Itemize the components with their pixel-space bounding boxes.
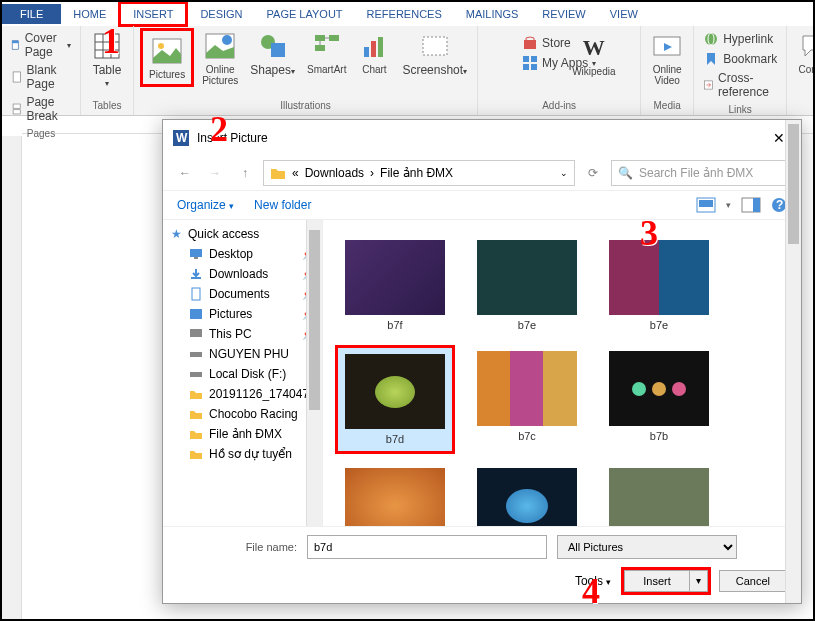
pictures-button[interactable]: Pictures [140,28,194,87]
svg-rect-1 [12,41,18,43]
tab-design[interactable]: DESIGN [188,4,254,24]
svg-rect-21 [378,37,383,57]
svg-point-13 [222,35,232,45]
file-grid: b7f b7e b7e b7d b7c b7b b7a b7 [323,220,801,526]
cover-page-button[interactable]: Cover Page▾ [10,30,72,60]
tab-file[interactable]: FILE [2,4,61,24]
crossref-button[interactable]: Cross-reference [702,70,778,100]
view-dropdown[interactable]: ▾ [726,200,731,210]
tree-local[interactable]: Local Disk (F:) [165,364,320,384]
blank-page-button[interactable]: Blank Page [10,62,72,92]
tree-quick-access[interactable]: ★Quick access [165,224,320,244]
word-icon: W [173,130,189,146]
group-label-addins: Add-ins [542,98,576,113]
file-b7e-2[interactable]: b7e [599,234,719,337]
tab-insert[interactable]: INSERT [118,1,188,27]
svg-rect-23 [524,40,536,49]
search-input[interactable]: 🔍 Search File ảnh ĐMX [611,160,791,186]
insert-picture-dialog: W Insert Picture ✕ ← → ↑ « Downloads› Fi… [162,119,802,604]
svg-point-30 [705,33,717,45]
tab-references[interactable]: REFERENCES [355,4,454,24]
file-extra-1[interactable] [599,462,719,526]
svg-rect-4 [13,110,20,114]
insert-button[interactable]: Insert ▾ [621,567,711,595]
tab-view[interactable]: VIEW [598,4,650,24]
group-label-links: Links [728,102,751,117]
svg-rect-15 [271,43,285,57]
online-pictures-button[interactable]: Online Pictures [198,28,242,88]
organize-button[interactable]: Organize ▾ [177,198,234,212]
ribbon-tab-bar: FILE HOME INSERT DESIGN PAGE LAYOUT REFE… [2,2,813,26]
svg-rect-26 [523,64,529,70]
tab-pagelayout[interactable]: PAGE LAYOUT [255,4,355,24]
group-comments: Comm [787,26,815,115]
chart-button[interactable]: Chart [354,28,394,77]
svg-rect-43 [191,277,201,279]
tab-mailings[interactable]: MAILINGS [454,4,531,24]
tree-thispc[interactable]: This PC📌 [165,324,320,344]
callout-4: 4 [582,570,600,612]
group-label-media: Media [654,98,681,113]
file-b7f[interactable]: b7f [335,234,455,337]
cancel-button[interactable]: Cancel [719,570,787,592]
svg-rect-2 [13,72,20,82]
file-filter-select[interactable]: All Pictures [557,535,737,559]
smartart-button[interactable]: SmartArt [303,28,350,77]
tree-folder-4[interactable]: Hồ sơ dự tuyển [165,444,320,464]
online-video-button[interactable]: Online Video [647,28,687,88]
wikipedia-button[interactable]: W Wikipedia [568,30,619,79]
tree-downloads[interactable]: Downloads📌 [165,264,320,284]
file-b7b[interactable]: b7b [599,345,719,454]
up-button[interactable]: ↑ [233,161,257,185]
svg-rect-45 [190,309,202,319]
svg-rect-25 [531,56,537,62]
new-folder-button[interactable]: New folder [254,198,311,212]
svg-rect-42 [194,257,198,259]
tree-documents[interactable]: Documents📌 [165,284,320,304]
tree-pictures[interactable]: Pictures📌 [165,304,320,324]
file-b7[interactable]: b7 [467,462,587,526]
tab-review[interactable]: REVIEW [530,4,597,24]
tree-folder-3[interactable]: File ảnh ĐMX [165,424,320,444]
preview-pane-icon[interactable] [741,197,761,213]
refresh-button[interactable]: ⟳ [581,161,605,185]
group-label-pages: Pages [27,126,55,141]
svg-rect-17 [329,35,339,41]
bookmark-button[interactable]: Bookmark [702,50,778,68]
shapes-button[interactable]: Shapes▾ [246,28,299,79]
filename-input[interactable] [307,535,547,559]
page-break-button[interactable]: Page Break [10,94,72,124]
tree-folder-1[interactable]: 20191126_174047 [165,384,320,404]
file-b7a[interactable]: b7a [335,462,455,526]
tree-nguyen[interactable]: NGUYEN PHU [165,344,320,364]
back-button[interactable]: ← [173,161,197,185]
screenshot-button[interactable]: Screenshot▾ [398,28,471,79]
search-icon: 🔍 [618,166,633,180]
tree-desktop[interactable]: Desktop📌 [165,244,320,264]
svg-rect-44 [192,288,200,300]
dialog-toolbar: Organize ▾ New folder ▾ ? [163,191,801,220]
group-addins: Store My Apps▾ W Wikipedia Add-ins [478,26,641,115]
hyperlink-button[interactable]: Hyperlink [702,30,778,48]
callout-1: 1 [102,20,120,62]
tree-scrollbar[interactable] [306,220,322,526]
group-label-illustrations: Illustrations [280,98,331,113]
files-scrollbar[interactable] [785,220,801,526]
file-b7c[interactable]: b7c [467,345,587,454]
svg-rect-36 [699,200,713,207]
group-illustrations: Pictures Online Pictures Shapes▾ SmartAr… [134,26,478,115]
tree-folder-2[interactable]: Chocobo Racing [165,404,320,424]
group-label-tables: Tables [93,98,122,113]
insert-dropdown[interactable]: ▾ [690,570,708,592]
forward-button[interactable]: → [203,161,227,185]
svg-rect-19 [364,47,369,57]
dialog-title: Insert Picture [197,131,268,145]
file-b7e-1[interactable]: b7e [467,234,587,337]
svg-rect-22 [423,37,447,55]
svg-rect-3 [13,104,20,108]
view-large-icon[interactable] [696,197,716,213]
file-b7d[interactable]: b7d [335,345,455,454]
comment-button[interactable]: Comm [793,28,815,77]
breadcrumb[interactable]: « Downloads› File ảnh ĐMX ⌄ [263,160,575,186]
svg-text:?: ? [776,198,783,212]
